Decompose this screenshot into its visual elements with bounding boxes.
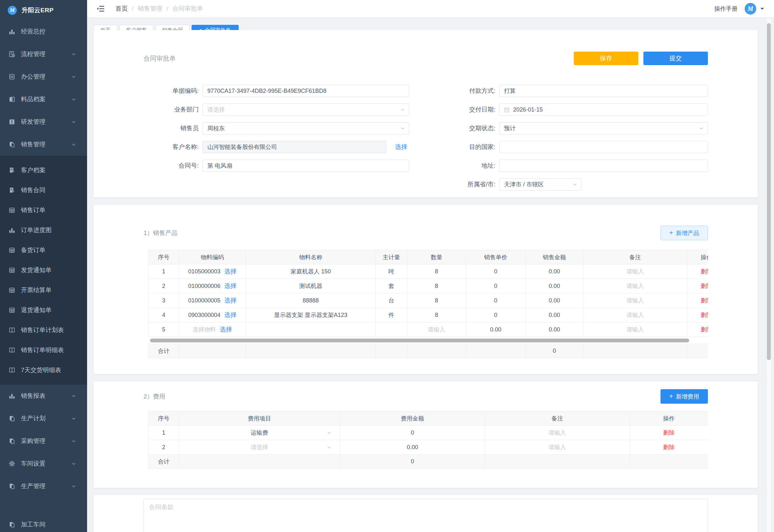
grid-table-icon — [9, 247, 15, 253]
product-remark-input[interactable]: 请输入 — [583, 264, 687, 279]
product-qty-input[interactable]: 8 — [407, 293, 466, 308]
product-remark-input[interactable]: 请输入 — [583, 293, 687, 308]
field-所属省市[interactable]: 天津市 / 市辖区 — [499, 178, 581, 191]
fee-item-select[interactable]: 运输费 — [179, 426, 340, 440]
sidebar-item-研发管理[interactable]: 研发管理 — [0, 111, 87, 133]
sidebar-item-7天交货明细表[interactable]: 7天交货明细表 — [0, 360, 87, 380]
fee-remark-input[interactable]: 请输入 — [485, 426, 630, 440]
sidebar-item-料品档案[interactable]: 料品档案 — [0, 88, 87, 111]
content-scroll-area: 首页客户档案销售合同合同审批单 合同审批单 保存 提交 单据编码:9770CA1… — [87, 18, 774, 532]
fee-item-select[interactable]: 请选择 — [179, 440, 340, 455]
product-remark-input[interactable]: 请输入 — [583, 279, 687, 293]
product-qty-input[interactable]: 8 — [407, 264, 466, 279]
grid-table-icon — [9, 307, 15, 313]
sidebar-item-经营总控[interactable]: 经营总控 — [0, 20, 87, 43]
field-交付日期[interactable]: 2026-01-15 — [499, 103, 708, 116]
form-row-客户名称: 客户名称:山河智能装备股份有限公司选择 — [144, 141, 409, 153]
sidebar-item-采购管理[interactable]: 采购管理 — [0, 430, 87, 452]
sidebar-item-销售订单[interactable]: 销售订单 — [0, 200, 87, 220]
fees-section-title: 2）费用 — [144, 392, 165, 401]
product-no: 5 — [149, 322, 179, 337]
sidebar-item-生产管理[interactable]: 生产管理 — [0, 475, 87, 498]
total-empty — [687, 344, 708, 358]
field-销售员[interactable]: 周桂东 — [203, 122, 409, 134]
field-客户名称[interactable]: 山河智能装备股份有限公司 — [203, 141, 386, 153]
sidebar-item-加工车间[interactable]: 加工车间 — [0, 513, 87, 532]
contract-terms-textarea[interactable]: 合同条款 — [144, 499, 708, 532]
select-material-link[interactable]: 选择 — [224, 311, 237, 319]
products-header-物料名称: 物料名称 — [246, 250, 376, 264]
sidebar-item-销售订单计划表[interactable]: 销售订单计划表 — [0, 320, 87, 340]
product-price-input[interactable]: 0.00 — [466, 322, 526, 337]
page-scrollbar-thumb[interactable] — [767, 23, 771, 360]
add-fee-button[interactable]: + 新增费用 — [660, 389, 708, 404]
submit-button[interactable]: 提交 — [643, 52, 708, 65]
contract-terms-placeholder: 合同条款 — [149, 504, 174, 510]
select-material-link[interactable]: 选择 — [220, 325, 232, 334]
product-qty-input[interactable]: 8 — [407, 308, 466, 322]
field-付款方式[interactable]: 打算 — [499, 85, 708, 97]
sidebar-item-销售管理[interactable]: 销售管理 — [0, 133, 87, 156]
fee-remark-input[interactable]: 请输入 — [485, 440, 630, 455]
delete-fee-link[interactable]: 删除 — [663, 429, 675, 437]
product-remark-input[interactable]: 请输入 — [583, 308, 687, 322]
delete-fee-link[interactable]: 删除 — [663, 443, 675, 451]
delete-product-link[interactable]: 删除 — [701, 326, 708, 333]
product-op-cell: 删除 — [687, 264, 708, 279]
sidebar-item-销售合同[interactable]: 销售合同 — [0, 180, 87, 200]
product-qty-input[interactable]: 8 — [407, 279, 466, 293]
delete-product-link[interactable]: 删除 — [701, 282, 708, 290]
fee-amount-input[interactable]: 0 — [340, 426, 485, 440]
chevron-down-icon — [71, 52, 76, 57]
field-合同号[interactable]: 第 电风扇 — [203, 160, 409, 172]
fees-header-费用金额: 费用金额 — [340, 411, 485, 426]
sidebar-item-label: 采购管理 — [21, 437, 45, 445]
select-material-link[interactable]: 选择 — [224, 296, 237, 305]
manual-link[interactable]: 操作手册 — [714, 5, 738, 13]
sidebar-item-订单进度图[interactable]: 订单进度图 — [0, 220, 87, 240]
chevron-down-icon — [71, 439, 76, 444]
products-hscrollbar-thumb[interactable] — [150, 339, 689, 342]
chevron-down-icon[interactable] — [760, 7, 764, 10]
sidebar-item-办公管理[interactable]: 办公管理 — [0, 65, 87, 88]
delete-product-link[interactable]: 删除 — [701, 297, 708, 304]
field-label: 付款方式: — [440, 87, 495, 95]
field-业务部门[interactable]: 请选择 — [203, 103, 409, 116]
avatar[interactable]: M — [745, 3, 756, 15]
product-price-input[interactable]: 0 — [466, 293, 526, 308]
save-button[interactable]: 保存 — [574, 52, 638, 65]
product-price-input[interactable]: 0 — [466, 264, 526, 279]
sidebar-item-退货通知单[interactable]: 退货通知单 — [0, 300, 87, 320]
select-material-link[interactable]: 选择 — [224, 282, 237, 290]
sidebar-item-生产计划[interactable]: 生产计划 — [0, 407, 87, 430]
delete-product-link[interactable]: 删除 — [701, 311, 708, 319]
breadcrumb-item[interactable]: 合同审批单 — [173, 5, 203, 13]
sidebar-item-开票结算单[interactable]: 开票结算单 — [0, 280, 87, 300]
delete-product-link[interactable]: 删除 — [701, 268, 708, 275]
choose-customer-link[interactable]: 选择 — [395, 143, 407, 151]
collapse-menu-icon[interactable] — [97, 5, 104, 12]
breadcrumb-item[interactable]: 首页 — [115, 5, 128, 13]
fee-amount-input[interactable]: 0.00 — [340, 440, 485, 455]
sidebar-item-流程管理[interactable]: 流程管理 — [0, 43, 87, 65]
field-目的国家[interactable] — [499, 141, 708, 153]
field-交期状态[interactable]: 预计 — [499, 122, 708, 134]
select-material-link[interactable]: 选择 — [224, 267, 237, 276]
product-op-cell: 删除 — [687, 322, 708, 337]
sidebar-item-销售订单明细表[interactable]: 销售订单明细表 — [0, 340, 87, 360]
sidebar-item-备货订单[interactable]: 备货订单 — [0, 240, 87, 260]
field-单据编码[interactable]: 9770CA17-3497-4DB2-995E-B49E9CF61BD8 — [203, 85, 409, 97]
sidebar-item-发货通知单[interactable]: 发货通知单 — [0, 260, 87, 280]
product-qty-input[interactable]: 请输入 — [407, 322, 466, 337]
breadcrumb-item[interactable]: 销售管理 — [138, 5, 162, 13]
sidebar-item-销售报表[interactable]: 销售报表 — [0, 385, 87, 407]
fee-op-cell: 删除 — [630, 440, 708, 455]
field-地址[interactable] — [499, 160, 708, 172]
sidebar-item-label: 加工车间 — [21, 520, 45, 529]
product-price-input[interactable]: 0 — [466, 308, 526, 322]
product-remark-input[interactable]: 请输入 — [583, 322, 687, 337]
product-price-input[interactable]: 0 — [466, 279, 526, 293]
sidebar-item-客户档案[interactable]: 客户档案 — [0, 160, 87, 180]
add-product-button[interactable]: + 新增产品 — [660, 226, 708, 240]
sidebar-item-车间设置[interactable]: 车间设置 — [0, 452, 87, 475]
